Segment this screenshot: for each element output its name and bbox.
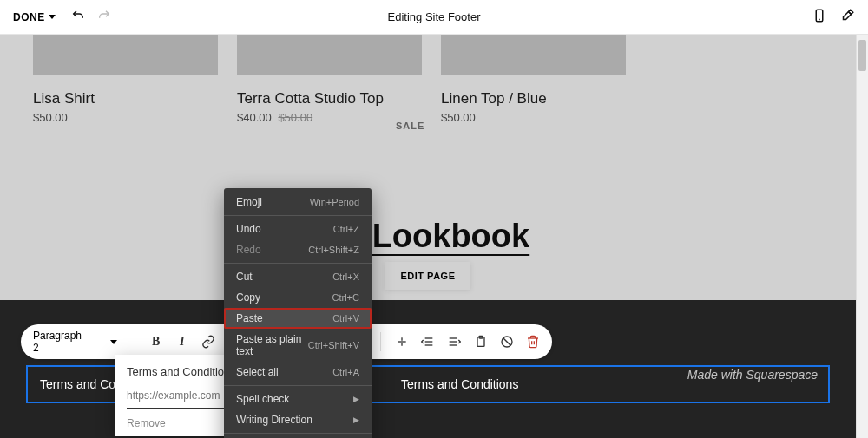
- product-name: Linen Top / Blue: [441, 90, 626, 108]
- context-menu-label: Redo: [236, 244, 261, 256]
- indent-button[interactable]: [444, 330, 464, 353]
- context-menu-shortcut: Ctrl+A: [332, 367, 359, 377]
- chevron-right-icon: ▶: [353, 415, 359, 424]
- context-menu-shortcut: Ctrl+C: [332, 292, 359, 303]
- context-menu-item[interactable]: CopyCtrl+C: [224, 287, 372, 308]
- context-menu-separator: [224, 215, 372, 216]
- product-price: $40.00 $50.00: [237, 111, 422, 124]
- done-button[interactable]: DONE: [13, 11, 56, 23]
- context-menu-label: Spell check: [236, 393, 289, 405]
- clipboard-button[interactable]: [470, 330, 490, 353]
- redo-button[interactable]: [97, 9, 111, 26]
- product-price: $50.00: [441, 111, 626, 124]
- context-menu-shortcut: Win+Period: [310, 197, 359, 207]
- context-menu-item[interactable]: Writing Direction▶: [224, 409, 372, 430]
- context-menu-shortcut: Ctrl+V: [332, 313, 359, 324]
- product-card[interactable]: Terra Cotta Studio Top $40.00 $50.00: [237, 35, 422, 124]
- delete-button[interactable]: [523, 330, 543, 353]
- history-controls: [71, 9, 111, 26]
- top-right-controls: [812, 8, 855, 27]
- context-menu-item[interactable]: Select allCtrl+A: [224, 362, 372, 382]
- bold-button[interactable]: B: [146, 330, 167, 353]
- context-menu-label: Undo: [236, 223, 261, 235]
- context-menu-shortcut: Ctrl+Shift+Z: [308, 245, 359, 255]
- top-toolbar: DONE Editing Site Footer: [0, 0, 868, 35]
- context-menu-item[interactable]: Spell check▶: [224, 389, 372, 409]
- mobile-preview-icon[interactable]: [812, 8, 827, 27]
- page-title: Editing Site Footer: [388, 10, 481, 23]
- product-row: Lisa Shirt $50.00 Terra Cotta Studio Top…: [0, 35, 856, 124]
- paintbrush-icon[interactable]: [839, 8, 855, 27]
- text-style-label: Paragraph 2: [33, 330, 84, 354]
- price-value: $50.00: [33, 111, 68, 124]
- selected-text-right: Terms and Conditions: [401, 377, 518, 391]
- edit-page-button[interactable]: EDIT PAGE: [385, 262, 471, 290]
- context-menu-item[interactable]: CutCtrl+X: [224, 266, 372, 287]
- clear-format-button[interactable]: [496, 330, 517, 353]
- scrollbar-thumb[interactable]: [858, 40, 866, 71]
- link-remove-button[interactable]: Remove: [127, 417, 166, 429]
- context-menu-item[interactable]: Paste as plain textCtrl+Shift+V: [224, 329, 372, 362]
- lookbook-title: 20 Lookbook: [0, 218, 856, 255]
- price-old: $50.00: [278, 111, 312, 124]
- context-menu-label: Copy: [236, 291, 260, 304]
- separator: [380, 332, 381, 351]
- product-image: [441, 35, 626, 75]
- undo-button[interactable]: [71, 9, 85, 26]
- chevron-down-icon: [110, 340, 117, 344]
- context-menu-shortcut: Ctrl+Z: [333, 224, 359, 234]
- price-value: $50.00: [441, 111, 476, 124]
- context-menu-item[interactable]: RedoCtrl+Shift+Z: [224, 239, 372, 260]
- context-menu-label: Paste as plain text: [236, 333, 308, 357]
- link-button[interactable]: [198, 330, 219, 353]
- context-menu-label: Select all: [236, 366, 279, 378]
- lookbook-section: 20 Lookbook EDIT PAGE: [0, 218, 856, 290]
- strikethrough-button[interactable]: [391, 330, 412, 353]
- context-menu-label: Paste: [236, 312, 263, 324]
- product-name: Terra Cotta Studio Top: [237, 90, 422, 108]
- text-style-select[interactable]: Paragraph 2: [30, 330, 124, 354]
- context-menu-label: Emoji: [236, 196, 262, 208]
- context-menu-item[interactable]: PasteCtrl+V: [224, 308, 372, 329]
- separator: [135, 332, 135, 351]
- price-value: $40.00: [237, 111, 272, 124]
- context-menu-shortcut: Ctrl+Shift+V: [308, 340, 359, 350]
- svg-line-14: [503, 338, 510, 345]
- chevron-down-icon: [49, 15, 56, 19]
- italic-button[interactable]: I: [172, 330, 193, 353]
- product-price: $50.00: [33, 111, 218, 124]
- context-menu-shortcut: Ctrl+X: [332, 271, 359, 282]
- chevron-right-icon: ▶: [353, 395, 359, 403]
- product-image: [33, 35, 218, 75]
- done-label: DONE: [13, 11, 45, 23]
- context-menu-item[interactable]: EmojiWin+Period: [224, 192, 372, 212]
- product-card[interactable]: Lisa Shirt $50.00: [33, 35, 218, 124]
- product-card[interactable]: Linen Top / Blue $50.00: [441, 35, 626, 124]
- context-menu-item[interactable]: UndoCtrl+Z: [224, 219, 372, 239]
- context-menu-separator: [224, 385, 372, 386]
- canvas: Lisa Shirt $50.00 Terra Cotta Studio Top…: [0, 35, 868, 438]
- context-menu-separator: [224, 433, 372, 434]
- context-menu-separator: [224, 263, 372, 264]
- context-menu-label: Cut: [236, 271, 253, 283]
- outdent-button[interactable]: [418, 330, 438, 353]
- sale-badge: SALE: [396, 121, 424, 131]
- context-menu: EmojiWin+PeriodUndoCtrl+ZRedoCtrl+Shift+…: [224, 188, 372, 438]
- product-image: [237, 35, 422, 75]
- context-menu-label: Writing Direction: [236, 414, 312, 426]
- scrollbar[interactable]: [856, 35, 868, 438]
- product-name: Lisa Shirt: [33, 90, 218, 108]
